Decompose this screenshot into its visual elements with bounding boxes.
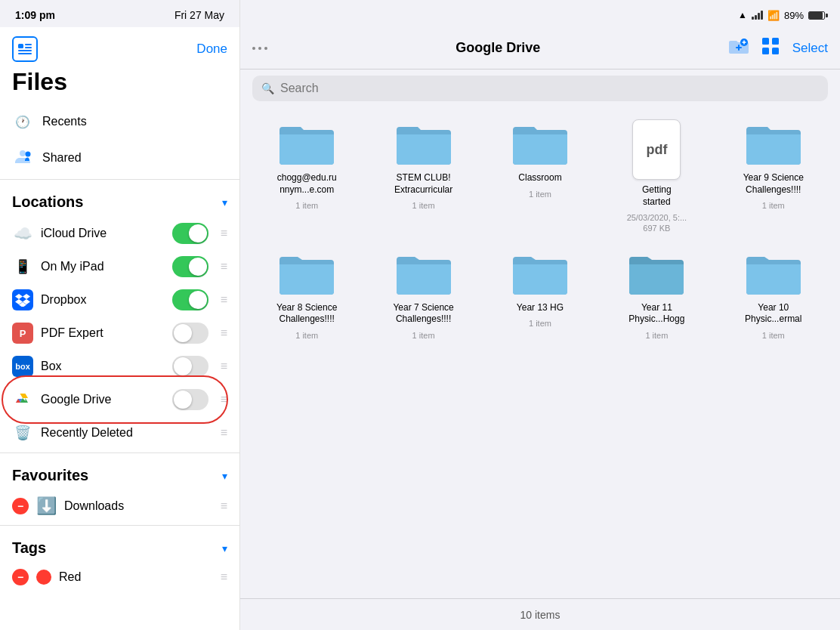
sidebar-item-icloud-drive[interactable]: ☁️ iCloud Drive ≡	[0, 217, 239, 250]
sidebar-item-shared[interactable]: Shared	[0, 140, 239, 176]
battery-icon	[808, 11, 825, 20]
downloads-handle[interactable]: ≡	[216, 499, 227, 513]
file-meta-year7-science: 1 item	[412, 330, 435, 341]
sidebar-header: Done	[0, 27, 239, 65]
pdf-expert-label: PDF Expert	[41, 326, 165, 340]
pdf-expert-handle[interactable]: ≡	[216, 326, 227, 340]
file-name-year11-physic: Year 11Physic...Hogg	[628, 302, 684, 326]
recently-deleted-handle[interactable]: ≡	[216, 426, 227, 440]
box-toggle[interactable]	[172, 356, 208, 377]
svg-rect-3	[18, 50, 32, 51]
google-drive-handle[interactable]: ≡	[216, 393, 227, 406]
file-meta-classroom: 1 item	[529, 189, 551, 199]
file-item-year7-science[interactable]: Year 7 ScienceChallenges!!!! 1 item	[369, 249, 477, 341]
file-name-stem-club: STEM CLUB!Extracurricular	[394, 172, 452, 196]
divider-1	[0, 179, 239, 180]
on-my-ipad-handle[interactable]: ≡	[216, 260, 227, 273]
favourites-title: Favourites	[12, 467, 88, 484]
file-name-chogg: chogg@edu.runnym...e.com	[277, 172, 337, 196]
location-icon: ▲	[738, 10, 747, 20]
folder-icon-chogg	[276, 119, 337, 168]
svg-rect-2	[25, 47, 32, 48]
file-item-year9-science[interactable]: Year 9 ScienceChallenges!!!! 1 item	[719, 119, 828, 234]
sidebar-item-dropbox[interactable]: Dropbox ≡	[0, 283, 239, 317]
folder-icon-year9-science	[743, 119, 804, 168]
date: Fri 27 May	[174, 9, 224, 21]
file-meta-getting-started: 25/03/2020, 5:...697 KB	[627, 212, 687, 234]
red-tag-remove-btn[interactable]: −	[12, 569, 29, 585]
sidebar-item-red-tag[interactable]: − Red ≡	[0, 563, 239, 591]
file-item-stem-club[interactable]: STEM CLUB!Extracurricular 1 item	[369, 119, 477, 234]
search-input[interactable]	[280, 82, 819, 95]
dropbox-toggle[interactable]	[172, 289, 208, 310]
sidebar-item-recently-deleted[interactable]: 🗑️ Recently Deleted ≡	[0, 416, 239, 449]
dropbox-icon	[12, 289, 33, 310]
signal-bars-icon	[752, 11, 763, 20]
shared-label: Shared	[42, 151, 82, 165]
box-handle[interactable]: ≡	[216, 360, 227, 373]
svg-rect-4	[18, 53, 32, 54]
sidebar-item-pdf-expert[interactable]: P PDF Expert ≡	[0, 317, 239, 350]
folder-icon-year10-physic	[743, 249, 804, 298]
dropbox-handle[interactable]: ≡	[216, 293, 227, 307]
file-meta-year13-hg: 1 item	[529, 318, 551, 329]
sidebar-item-box[interactable]: box Box ≡	[0, 350, 239, 383]
tags-chevron-icon[interactable]: ▾	[222, 542, 227, 554]
search-bar[interactable]: 🔍	[252, 76, 828, 101]
sidebar-item-google-drive[interactable]: Google Drive ≡	[0, 383, 239, 416]
time: 1:09 pm	[15, 9, 55, 21]
recently-deleted-icon: 🗑️	[12, 422, 33, 443]
file-item-year13-hg[interactable]: Year 13 HG 1 item	[486, 249, 594, 341]
folder-icon-stem-club	[394, 119, 454, 168]
status-right: ▲ 📶 89%	[738, 10, 825, 21]
divider-3	[0, 525, 239, 526]
svg-rect-0	[18, 44, 23, 48]
nav-title: Google Drive	[456, 40, 540, 56]
tags-section-header: Tags ▾	[0, 529, 239, 563]
folder-icon-year7-science	[394, 249, 454, 298]
main-content: ▲ 📶 89% Google Drive	[240, 0, 840, 630]
recently-deleted-label: Recently Deleted	[41, 426, 208, 440]
google-drive-toggle[interactable]	[172, 389, 208, 410]
sidebar-status-bar: 1:09 pm Fri 27 May	[0, 0, 239, 27]
file-meta-chogg: 1 item	[295, 200, 318, 211]
svg-rect-6	[762, 38, 769, 45]
pdf-expert-toggle[interactable]	[172, 323, 208, 344]
icloud-drive-handle[interactable]: ≡	[216, 227, 227, 240]
sidebar-toggle-icon[interactable]	[12, 36, 38, 62]
file-meta-year9-science: 1 item	[762, 200, 785, 211]
file-item-chogg[interactable]: chogg@edu.runnym...e.com 1 item	[252, 119, 361, 234]
on-my-ipad-toggle[interactable]	[172, 256, 208, 277]
icloud-drive-toggle[interactable]	[172, 223, 208, 244]
file-meta-year8-science: 1 item	[295, 330, 318, 341]
file-item-getting-started[interactable]: pdf Gettingstarted 25/03/2020, 5:...697 …	[602, 119, 711, 234]
file-name-year9-science: Year 9 ScienceChallenges!!!!	[743, 172, 804, 196]
done-button[interactable]: Done	[196, 42, 227, 57]
grid-view-button[interactable]	[762, 38, 779, 58]
file-name-year7-science: Year 7 ScienceChallenges!!!!	[393, 302, 453, 326]
file-name-getting-started: Gettingstarted	[642, 184, 672, 208]
folder-icon-year11-physic	[626, 249, 687, 298]
icloud-drive-label: iCloud Drive	[41, 227, 165, 240]
sidebar-item-on-my-ipad[interactable]: 📱 On My iPad ≡	[0, 250, 239, 283]
sidebar-item-recents[interactable]: 🕐 Recents	[0, 103, 239, 140]
file-item-year8-science[interactable]: Year 8 ScienceChallenges!!!! 1 item	[252, 249, 361, 341]
favourites-chevron-icon[interactable]: ▾	[222, 470, 227, 482]
locations-chevron-icon[interactable]: ▾	[222, 196, 227, 208]
file-item-classroom[interactable]: Classroom 1 item	[486, 119, 594, 234]
file-item-year11-physic[interactable]: Year 11Physic...Hogg 1 item	[602, 249, 711, 341]
downloads-remove-btn[interactable]: −	[12, 498, 29, 514]
file-meta-stem-club: 1 item	[412, 200, 435, 211]
google-drive-icon	[12, 389, 33, 410]
file-meta-year11-physic: 1 item	[645, 330, 668, 341]
select-button[interactable]: Select	[792, 41, 828, 56]
dropbox-label: Dropbox	[41, 293, 165, 307]
sidebar-item-downloads[interactable]: − ⬇️ Downloads ≡	[0, 490, 239, 522]
red-tag-handle[interactable]: ≡	[216, 570, 227, 584]
red-tag-dot	[36, 570, 51, 585]
new-folder-button[interactable]	[729, 38, 749, 58]
navigation-bar: Google Drive Select	[240, 27, 840, 69]
file-name-year10-physic: Year 10Physic...ermal	[745, 302, 801, 326]
wifi-icon: 📶	[767, 10, 780, 21]
file-item-year10-physic[interactable]: Year 10Physic...ermal 1 item	[719, 249, 828, 341]
